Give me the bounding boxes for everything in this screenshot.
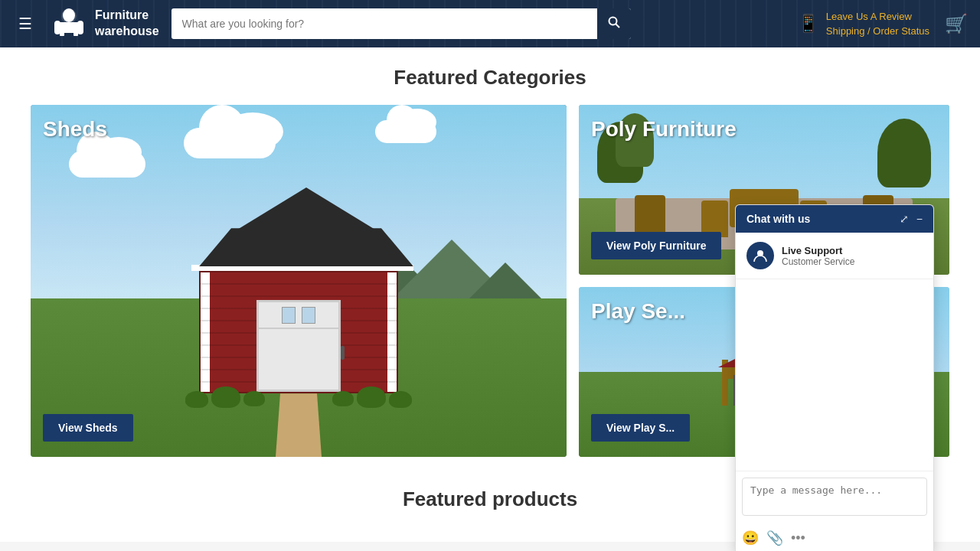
- header-links: Leave Us A Review Shipping / Order Statu…: [826, 9, 929, 39]
- featured-categories-title: Featured Categories: [31, 66, 949, 90]
- poly-furniture-label: Poly Furniture: [591, 117, 737, 142]
- chat-toolbar: 😀 📎 •••: [736, 525, 933, 542]
- chat-agent-row: Live Support Customer Service: [736, 233, 933, 279]
- logo-icon: [51, 5, 87, 42]
- chat-header-icons: ⤢ −: [900, 213, 923, 225]
- svg-line-8: [616, 24, 619, 28]
- svg-rect-5: [60, 31, 64, 36]
- phone-icon: 📱: [798, 14, 818, 34]
- site-header: ☰ Furniture warehouse 📱: [0, 0, 980, 47]
- view-sheds-button[interactable]: View Sheds: [43, 414, 133, 442]
- chat-more-icon[interactable]: •••: [791, 530, 805, 543]
- chat-expand-icon[interactable]: ⤢: [900, 213, 909, 225]
- leave-review-link[interactable]: Leave Us A Review: [826, 9, 929, 24]
- category-sheds[interactable]: Sheds View Sheds: [31, 105, 567, 457]
- sheds-image: [31, 105, 567, 457]
- view-play-sets-button[interactable]: View Play S...: [591, 414, 690, 442]
- chat-title: Chat with us: [746, 213, 810, 225]
- chat-messages: [736, 279, 933, 471]
- chat-header: Chat with us ⤢ −: [736, 205, 933, 233]
- svg-point-7: [609, 18, 616, 25]
- chat-agent-avatar: [746, 242, 774, 269]
- chat-message-input[interactable]: [742, 478, 927, 516]
- chat-agent-name: Live Support: [782, 245, 854, 256]
- svg-rect-3: [54, 21, 60, 34]
- search-icon: [608, 16, 620, 28]
- chat-widget: Chat with us ⤢ − Live Support Customer S…: [735, 204, 934, 542]
- svg-rect-6: [74, 31, 78, 36]
- chat-emoji-icon[interactable]: 😀: [742, 530, 759, 542]
- chat-attachment-icon[interactable]: 📎: [766, 530, 783, 542]
- svg-point-1: [63, 8, 75, 22]
- review-area: 📱 Leave Us A Review Shipping / Order Sta…: [798, 9, 929, 39]
- search-bar: [172, 8, 631, 39]
- svg-rect-4: [77, 21, 83, 34]
- logo-link[interactable]: Furniture warehouse: [51, 5, 159, 42]
- search-button[interactable]: [597, 8, 631, 39]
- shipping-status-link[interactable]: Shipping / Order Status: [826, 24, 929, 39]
- logo-text: Furniture warehouse: [95, 8, 159, 40]
- header-right: 📱 Leave Us A Review Shipping / Order Sta…: [798, 9, 968, 39]
- search-input[interactable]: [172, 10, 597, 37]
- cart-icon[interactable]: 🛒: [945, 13, 968, 34]
- chat-minimize-icon[interactable]: −: [916, 213, 923, 225]
- sheds-label: Sheds: [43, 117, 107, 142]
- chat-agent-role: Customer Service: [782, 256, 854, 267]
- chat-agent-info: Live Support Customer Service: [782, 245, 854, 267]
- view-poly-furniture-button[interactable]: View Poly Furniture: [591, 232, 721, 259]
- chat-input-area: [736, 471, 933, 525]
- menu-icon[interactable]: ☰: [12, 11, 38, 36]
- play-sets-label: Play Se...: [591, 299, 685, 324]
